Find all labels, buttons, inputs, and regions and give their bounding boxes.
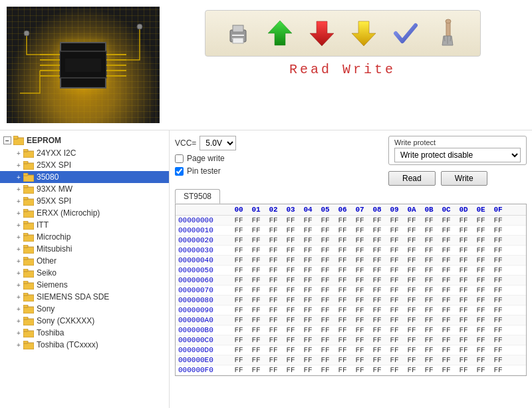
hex-viewer[interactable]: 000102030405060708090A0B0C0D0E0F 0000000… (175, 204, 527, 376)
hex-byte-3-14[interactable]: FF (473, 246, 488, 254)
hex-byte-10-12[interactable]: FF (439, 316, 454, 324)
hex-byte-11-15[interactable]: FF (491, 326, 505, 334)
tree-item-toshiba[interactable]: +Toshiba (0, 327, 169, 339)
hex-byte-1-5[interactable]: FF (318, 226, 332, 234)
hex-byte-4-6[interactable]: FF (335, 256, 350, 264)
tree-expander-11[interactable]: + (14, 280, 23, 290)
hex-byte-1-9[interactable]: FF (387, 226, 402, 234)
hex-byte-0-13[interactable]: FF (456, 216, 471, 224)
hex-byte-3-5[interactable]: FF (318, 246, 332, 254)
hex-byte-12-1[interactable]: FF (249, 336, 263, 344)
hex-byte-13-14[interactable]: FF (473, 346, 488, 354)
tree-item-siemens-sda-sde[interactable]: +SIEMENS SDA SDE (0, 291, 169, 303)
tree-root-eeprom[interactable]: − EEPROM (0, 134, 169, 147)
hex-byte-8-8[interactable]: FF (370, 296, 384, 304)
pin-tester-checkbox[interactable] (175, 167, 184, 176)
hex-byte-14-15[interactable]: FF (491, 356, 505, 364)
hex-byte-15-9[interactable]: FF (387, 366, 402, 374)
hex-byte-13-4[interactable]: FF (301, 346, 315, 354)
hex-byte-14-3[interactable]: FF (283, 356, 298, 364)
read-button[interactable]: Read (388, 171, 436, 186)
hex-byte-14-4[interactable]: FF (301, 356, 315, 364)
hex-byte-10-10[interactable]: FF (404, 316, 419, 324)
hex-byte-8-10[interactable]: FF (404, 296, 419, 304)
hex-row-000000C0[interactable]: 000000C0FFFFFFFFFFFFFFFFFFFFFFFFFFFFFFFF (176, 335, 526, 345)
tree-expander-13[interactable]: + (14, 304, 23, 313)
tree-expander-8[interactable]: + (14, 244, 23, 254)
hex-byte-11-11[interactable]: FF (422, 326, 436, 334)
hex-byte-3-8[interactable]: FF (370, 246, 384, 254)
hex-byte-1-2[interactable]: FF (266, 226, 281, 234)
hex-byte-3-11[interactable]: FF (422, 246, 436, 254)
hex-byte-3-10[interactable]: FF (404, 246, 419, 254)
hex-byte-4-3[interactable]: FF (283, 256, 298, 264)
hex-byte-12-4[interactable]: FF (301, 336, 315, 344)
hex-byte-8-12[interactable]: FF (439, 296, 454, 304)
hex-byte-10-15[interactable]: FF (491, 316, 505, 324)
hex-byte-7-12[interactable]: FF (439, 286, 454, 294)
tree-item-mitsubishi[interactable]: +Mitsubishi (0, 243, 169, 255)
tree-expander-4[interactable]: + (14, 196, 23, 206)
tree-expander-10[interactable]: + (14, 268, 23, 278)
hex-byte-7-6[interactable]: FF (335, 286, 350, 294)
hex-byte-10-0[interactable]: FF (231, 316, 246, 324)
hex-byte-0-8[interactable]: FF (370, 216, 384, 224)
hex-byte-5-0[interactable]: FF (231, 266, 246, 274)
hex-byte-9-3[interactable]: FF (283, 306, 298, 314)
hex-row-00000040[interactable]: 00000040FFFFFFFFFFFFFFFFFFFFFFFFFFFFFFFF (176, 256, 526, 266)
hex-byte-0-2[interactable]: FF (266, 216, 281, 224)
hex-byte-1-14[interactable]: FF (473, 226, 488, 234)
hex-byte-1-3[interactable]: FF (283, 226, 298, 234)
hex-byte-14-11[interactable]: FF (422, 356, 436, 364)
hex-byte-7-14[interactable]: FF (473, 286, 488, 294)
hex-byte-6-14[interactable]: FF (473, 276, 488, 284)
hex-byte-2-1[interactable]: FF (249, 236, 263, 244)
hex-byte-5-14[interactable]: FF (473, 266, 488, 274)
hex-byte-13-1[interactable]: FF (249, 346, 263, 354)
hex-byte-15-14[interactable]: FF (473, 366, 488, 374)
hex-byte-4-7[interactable]: FF (352, 256, 367, 264)
hex-byte-4-13[interactable]: FF (456, 256, 471, 264)
hex-byte-12-7[interactable]: FF (352, 336, 367, 344)
hex-byte-13-0[interactable]: FF (231, 346, 246, 354)
hex-byte-6-3[interactable]: FF (283, 276, 298, 284)
hex-byte-9-2[interactable]: FF (266, 306, 281, 314)
hex-byte-7-0[interactable]: FF (231, 286, 246, 294)
hex-byte-9-5[interactable]: FF (318, 306, 332, 314)
hex-byte-1-12[interactable]: FF (439, 226, 454, 234)
tree-item-24yxx-i2c[interactable]: +24YXX I2C (0, 147, 169, 159)
hex-byte-14-9[interactable]: FF (387, 356, 402, 364)
hex-byte-4-4[interactable]: FF (301, 256, 315, 264)
tree-item-other[interactable]: +Other (0, 255, 169, 267)
hex-byte-0-12[interactable]: FF (439, 216, 454, 224)
hex-byte-2-14[interactable]: FF (473, 236, 488, 244)
hex-row-000000F0[interactable]: 000000F0FFFFFFFFFFFFFFFFFFFFFFFFFFFFFFFF (176, 365, 526, 375)
tree-item-25xx-spi[interactable]: +25XX SPI (0, 159, 169, 171)
hex-byte-13-11[interactable]: FF (422, 346, 436, 354)
hex-byte-7-2[interactable]: FF (266, 286, 281, 294)
hex-byte-0-14[interactable]: FF (473, 216, 488, 224)
hex-byte-4-9[interactable]: FF (387, 256, 402, 264)
hex-byte-7-5[interactable]: FF (318, 286, 332, 294)
hex-byte-6-1[interactable]: FF (249, 276, 263, 284)
hex-byte-10-3[interactable]: FF (283, 316, 298, 324)
hex-byte-9-12[interactable]: FF (439, 306, 454, 314)
hex-byte-14-10[interactable]: FF (404, 356, 419, 364)
hex-byte-8-5[interactable]: FF (318, 296, 332, 304)
hex-byte-14-2[interactable]: FF (266, 356, 281, 364)
hex-byte-10-6[interactable]: FF (335, 316, 350, 324)
hex-row-00000080[interactable]: 00000080FFFFFFFFFFFFFFFFFFFFFFFFFFFFFFFF (176, 296, 526, 306)
hex-byte-11-4[interactable]: FF (301, 326, 315, 334)
tree-expander-16[interactable]: + (14, 340, 23, 349)
clear-button[interactable] (432, 17, 464, 49)
hex-byte-3-3[interactable]: FF (283, 246, 298, 254)
hex-byte-15-12[interactable]: FF (439, 366, 454, 374)
tree-item-toshiba-(tcxxxx)[interactable]: +Toshiba (TCxxxx) (0, 339, 169, 351)
hex-row-000000A0[interactable]: 000000A0FFFFFFFFFFFFFFFFFFFFFFFFFFFFFFFF (176, 315, 526, 325)
hex-byte-2-6[interactable]: FF (335, 236, 350, 244)
hex-byte-0-7[interactable]: FF (352, 216, 367, 224)
hex-byte-11-12[interactable]: FF (439, 326, 454, 334)
hex-byte-0-1[interactable]: FF (249, 216, 263, 224)
hex-row-000000D0[interactable]: 000000D0FFFFFFFFFFFFFFFFFFFFFFFFFFFFFFFF (176, 345, 526, 355)
hex-byte-0-5[interactable]: FF (318, 216, 332, 224)
